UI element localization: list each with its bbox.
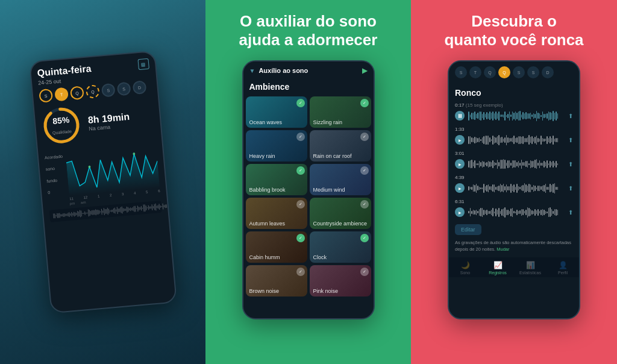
rec-time-1: 0:17 (15 seg exemplo) [455,102,573,108]
day-s2[interactable]: S [101,83,115,98]
sound-name-label: Heavy rain [249,153,275,159]
svg-point-3 [133,152,135,155]
day-s3[interactable]: S [116,81,131,96]
bottom-nav: 🌙 Sono 📈 Registros 📊 Estatísticas 👤 Perf… [449,257,579,277]
play-icon[interactable]: ▶ [362,66,368,75]
nav-label-perfil: Perfil [558,271,568,275]
snore-title: Ronco [455,88,573,98]
recording-1: 0:17 (15 seg exemplo) ⬆ [455,102,573,122]
phone-mockup-3: S T Q Q S S D Ronco 0:17 (15 seg exemplo… [448,60,580,319]
bar-chart-icon: 📊 [526,261,535,269]
panel2-title: O auxiliar do sonoajuda a adormecer [239,12,378,49]
sound-checkmark: ✓ [360,166,369,175]
sound-name-label: Cabin humm [249,254,280,260]
quality-percent: 85% [51,115,70,126]
rec-time-4: 4:39 [455,175,573,180]
sound-checkmark: ✓ [360,268,369,276]
share-button-4[interactable]: ⬆ [568,185,573,192]
panel-sleep-aid: O auxiliar do sonoajuda a adormecer ▼ Au… [205,0,411,364]
sound-checkmark: ✓ [296,234,305,242]
sound-checkmark: ✓ [360,234,369,242]
sound-tile[interactable]: ✓Clock [310,231,371,263]
phone-mockup-2: ▼ Auxílio ao sono ▶ Ambience ✓Ocean wave… [242,60,375,319]
sound-name-label: Babbling brook [249,187,286,193]
nav-registros[interactable]: 📈 Registros [481,261,514,275]
stage-acordado: Acordado [44,154,62,160]
recording-3: 3:01 ▶ ⬆ [455,151,573,170]
share-button-3[interactable]: ⬆ [568,161,573,168]
sound-grid: ✓Ocean waves✓Sizzling rain✓Heavy rain✓Ra… [243,96,374,299]
sound-checkmark: ✓ [296,99,305,107]
nav-label-sono: Sono [460,271,470,275]
nav-perfil[interactable]: 👤 Perfil [547,261,579,275]
svg-point-2 [88,166,90,168]
recording-4: 4:39 ▶ ⬆ [455,175,573,194]
share-button-5[interactable]: ⬆ [568,209,573,216]
play-button-4[interactable]: ▶ [455,183,465,193]
nav-estatisticas[interactable]: 📊 Estatísticas [514,261,547,275]
dot-q2[interactable]: Q [498,66,510,78]
play-button-3[interactable]: ▶ [455,159,465,169]
sound-tile[interactable]: ✓Sizzling rain [310,96,371,128]
phone2-header: ▼ Auxílio ao sono ▶ [243,61,374,78]
edit-button[interactable]: Editar [455,224,481,235]
sound-tile[interactable]: ✓Pink noise [310,265,371,297]
waveform-3 [468,158,565,170]
panel3-title: Descubra oquanto você ronca [444,12,583,49]
dot-s3[interactable]: S [527,66,539,78]
sound-tile[interactable]: ✓Countryside ambience [310,198,371,229]
sound-tile[interactable]: ✓Medium wind [310,164,371,195]
change-link[interactable]: Mudar [496,246,509,252]
share-button-2[interactable]: ⬆ [568,137,573,143]
chevron-down-icon: ▼ [249,67,255,74]
day-s[interactable]: S [39,89,53,103]
sound-tile[interactable]: ✓Ocean waves [246,96,307,128]
sound-name-label: Ocean waves [249,119,283,125]
ambience-title: Ambience [243,78,374,96]
nav-label-registros: Registros [489,271,507,275]
day-q2[interactable]: Q [85,84,99,99]
sound-name-label: Rain on car roof [313,153,352,159]
rec-time-2: 1:33 [455,127,573,132]
profile-icon: 👤 [559,261,568,269]
stage-fundo: fundo [46,177,64,183]
header-section-title: Auxílio ao sono [258,67,308,74]
recording-5: 6:31 ▶ ⬆ [455,199,573,218]
sound-tile[interactable]: ✓Autumn leaves [246,198,307,229]
sleep-time-block: 8h 19min Na cama [87,111,131,131]
dot-s[interactable]: S [455,66,467,78]
quality-label: Qualidade [52,129,71,135]
calendar-icon: ▦ [137,58,149,71]
play-button-2[interactable]: ▶ [455,135,465,145]
sound-checkmark: ✓ [296,166,305,175]
nav-label-estatisticas: Estatísticas [519,271,541,275]
dot-q1[interactable]: Q [484,66,496,78]
day-t[interactable]: T [54,87,69,102]
sound-name-label: Clock [313,254,327,260]
day-q1[interactable]: Q [70,86,84,100]
stats-row: 85% Qualidade 8h 19min Na cama [40,98,155,146]
day-d[interactable]: D [132,80,146,95]
sound-tile[interactable]: ✓Brown noise [246,265,307,297]
nav-sono[interactable]: 🌙 Sono [449,261,481,275]
sound-tile[interactable]: ✓Rain on car roof [310,130,371,162]
sound-tile[interactable]: ✓Babbling brook [246,164,307,195]
dot-s2[interactable]: S [513,66,525,78]
rec-time-3: 3:01 [455,151,573,156]
dot-t[interactable]: T [469,66,481,78]
phone3-day-row: S T Q Q S S D [449,61,579,83]
sound-checkmark: ✓ [296,133,305,141]
waveform-5 [468,206,565,218]
share-button-1[interactable]: ⬆ [568,113,573,119]
disclaimer: As gravações de áudio são automaticament… [455,240,573,253]
sound-tile[interactable]: ✓Heavy rain [246,130,307,162]
snore-section: Ronco 0:17 (15 seg exemplo) ⬆ 1:33 [449,83,579,257]
panel-snore: Descubra oquanto você ronca S T Q Q S S … [411,0,617,364]
dot-d[interactable]: D [542,66,554,78]
sound-checkmark: ✓ [360,133,369,141]
pause-button-1[interactable] [455,111,465,121]
sound-name-label: Autumn leaves [249,221,286,227]
recording-2: 1:33 ▶ ⬆ [455,127,573,146]
play-button-5[interactable]: ▶ [455,207,465,217]
sound-tile[interactable]: ✓Cabin humm [246,231,307,263]
